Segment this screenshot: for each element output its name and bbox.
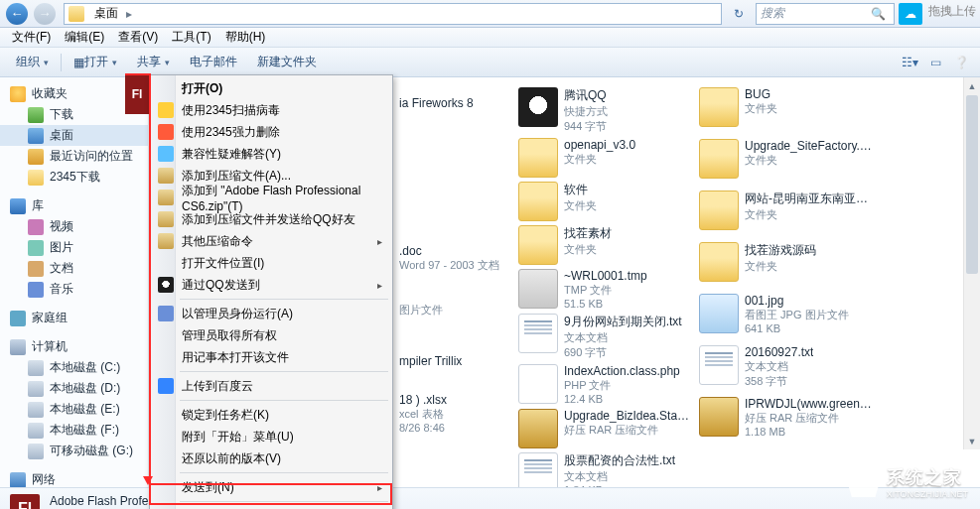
ctx-sendqq[interactable]: 通过QQ发送到 [152, 274, 390, 296]
ctx-open[interactable]: 打开(O) [152, 77, 390, 99]
cloud-icon [158, 378, 174, 394]
tree-drive-f[interactable]: 本地磁盘 (F:) [0, 420, 148, 441]
ctx-admin-own[interactable]: 管理员取得所有权 [152, 324, 390, 346]
tree-removable[interactable]: 可移动磁盘 (G:) [0, 441, 148, 461]
menu-edit[interactable]: 编辑(E) [59, 28, 110, 47]
ctx-2345-delete[interactable]: 使用2345强力删除 [152, 121, 390, 143]
breadcrumb-item[interactable]: 桌面 [88, 5, 124, 22]
scroll-down-button[interactable]: ▼ [964, 433, 980, 449]
tree-recent[interactable]: 最近访问的位置 [0, 146, 148, 167]
preview-pane-button[interactable]: ▭ [924, 52, 946, 73]
file-item[interactable]: Upgrade_BizIdea.Standard_5.x.x-5.4.0.0.r… [514, 407, 695, 450]
file-item[interactable]: ~WRL0001.tmp TMP 文件 51.5 KB [514, 267, 695, 312]
ctx-restore-prev[interactable]: 还原以前的版本(V) [152, 447, 390, 469]
tree-libraries[interactable]: 库 [0, 195, 148, 216]
delete-icon [158, 124, 174, 140]
menu-tools[interactable]: 工具(T) [166, 28, 216, 47]
tree-documents[interactable]: 文档 [0, 258, 148, 279]
file-detail: 文件夹 [745, 207, 872, 222]
file-icon [518, 225, 558, 265]
file-icon [699, 294, 739, 333]
ctx-sendto[interactable]: 发送到(N) [152, 476, 390, 498]
file-item[interactable]: 20160927.txt 文本文档 358 字节 [695, 343, 876, 395]
menu-file[interactable]: 文件(F) [6, 28, 57, 47]
ctx-addzip-named[interactable]: 添加到 "Adobe Flash Professional CS6.zip"(T… [152, 187, 390, 208]
scroll-thumb[interactable] [966, 95, 978, 274]
file-item[interactable]: openapi_v3.0 文件夹 [514, 136, 695, 180]
search-icon: 🔍 [871, 7, 886, 21]
menu-view[interactable]: 查看(V) [112, 28, 164, 47]
file-item[interactable]: 股票配资的合法性.txt 文本文档 1.84 KB [514, 450, 695, 487]
organize-button[interactable]: 组织 [8, 54, 57, 70]
view-mode-button[interactable]: ☷▾ [899, 52, 920, 73]
file-item[interactable]: 找茬素材 文件夹 [514, 223, 695, 267]
ctx-notepad[interactable]: 用记事本打开该文件 [152, 346, 390, 368]
menu-help[interactable]: 帮助(H) [219, 28, 272, 47]
tree-desktop[interactable]: 桌面 [0, 125, 148, 146]
tree-network[interactable]: 网络 [0, 469, 148, 487]
file-detail: 文件夹 [745, 153, 872, 168]
tree-music[interactable]: 音乐 [0, 279, 148, 300]
file-item-partial[interactable]: 18 ) .xlsxxcel 表格8/26 8:46 [395, 387, 485, 439]
picture-icon [28, 240, 44, 256]
file-item[interactable]: 网站-昆明南亚东南亚合作战略研究院 文件夹 [695, 189, 876, 240]
share-button[interactable]: 共享 [129, 54, 178, 70]
file-detail: 看图王 JPG 图片文件 [745, 308, 849, 322]
open-button[interactable]: ▦ 打开 [66, 54, 125, 70]
upload-cloud-button[interactable]: ☁ [899, 3, 922, 25]
nav-forward-button[interactable]: → [32, 3, 58, 25]
ctx-baidu[interactable]: 上传到百度云 [152, 375, 390, 397]
file-item-partial[interactable] [395, 129, 485, 181]
email-button[interactable]: 电子邮件 [182, 54, 245, 70]
file-item-partial[interactable]: mpiler Trillix [395, 335, 485, 387]
house-icon [847, 467, 881, 497]
chevron-right-icon[interactable]: ▸ [124, 7, 134, 21]
ctx-pin-taskbar[interactable]: 锁定到任务栏(K) [152, 404, 390, 426]
file-item-partial[interactable]: .docWord 97 - 2003 文档 [395, 232, 485, 284]
file-item[interactable]: BUG 文件夹 [695, 85, 876, 137]
ctx-cut[interactable]: 剪切(T) [152, 505, 390, 509]
tree-videos[interactable]: 视频 [0, 216, 148, 237]
file-item-partial[interactable]: 图片文件 [395, 284, 485, 335]
file-item[interactable]: IndexAction.class.php PHP 文件 12.4 KB [514, 362, 695, 407]
tree-pictures[interactable]: 图片 [0, 237, 148, 258]
file-item[interactable]: 找茬游戏源码 文件夹 [695, 240, 876, 292]
annotation-arrow [143, 476, 153, 485]
scroll-up-button[interactable]: ▲ [964, 77, 980, 94]
tree-2345[interactable]: 2345下载 [0, 167, 148, 188]
file-item[interactable]: 腾讯QQ 快捷方式 944 字节 [514, 85, 695, 136]
file-item-partial[interactable] [395, 181, 485, 232]
watermark: 系统之家 XITONGZHIJIA.NET [847, 465, 968, 499]
file-item-partial[interactable]: ia Fireworks 8 [395, 77, 485, 129]
ctx-2345-scan[interactable]: 使用2345扫描病毒 [152, 99, 390, 121]
help-icon[interactable]: ❔ [950, 52, 972, 73]
file-item[interactable]: IPRWDJL(www.greenxf.com).rar 好压 RAR 压缩文件… [695, 395, 876, 446]
ctx-zipqq[interactable]: 添加到压缩文件并发送给QQ好友 [152, 208, 390, 230]
breadcrumb[interactable]: 桌面 ▸ [64, 3, 722, 25]
file-item[interactable]: 001.jpg 看图王 JPG 图片文件 641 KB [695, 292, 876, 343]
file-name: 股票配资的合法性.txt [564, 452, 675, 469]
tree-drive-e[interactable]: 本地磁盘 (E:) [0, 399, 148, 420]
file-item[interactable]: 软件 文件夹 [514, 180, 695, 223]
drive-icon [28, 423, 44, 439]
file-item[interactable]: Upgrade_SiteFactory.Standard_5.x.x.x-5.4… [695, 137, 876, 189]
ctx-pin-start[interactable]: 附到「开始」菜单(U) [152, 426, 390, 447]
ctx-openloc[interactable]: 打开文件位置(I) [152, 252, 390, 274]
new-folder-button[interactable]: 新建文件夹 [249, 54, 325, 70]
tree-computer[interactable]: 计算机 [0, 336, 148, 357]
tree-homegroup[interactable]: 家庭组 [0, 308, 148, 328]
refresh-button[interactable]: ↻ [726, 3, 752, 25]
file-icon [699, 139, 739, 179]
ctx-otherzip[interactable]: 其他压缩命令 [152, 230, 390, 252]
file-detail: 358 字节 [745, 374, 813, 389]
tree-drive-c[interactable]: 本地磁盘 (C:) [0, 357, 148, 378]
search-input[interactable]: 搜索 🔍 [756, 3, 895, 25]
ctx-compat[interactable]: 兼容性疑难解答(Y) [152, 143, 390, 165]
tree-drive-d[interactable]: 本地磁盘 (D:) [0, 378, 148, 399]
ctx-runadmin[interactable]: 以管理员身份运行(A) [152, 303, 390, 324]
file-item[interactable]: 9月份网站到期关闭.txt 文本文档 690 字节 [514, 312, 695, 362]
nav-back-button[interactable]: ← [4, 3, 30, 25]
file-icon [518, 452, 558, 487]
upload-label: 拖拽上传 [928, 3, 976, 25]
vertical-scrollbar[interactable]: ▲ ▼ [963, 77, 980, 449]
